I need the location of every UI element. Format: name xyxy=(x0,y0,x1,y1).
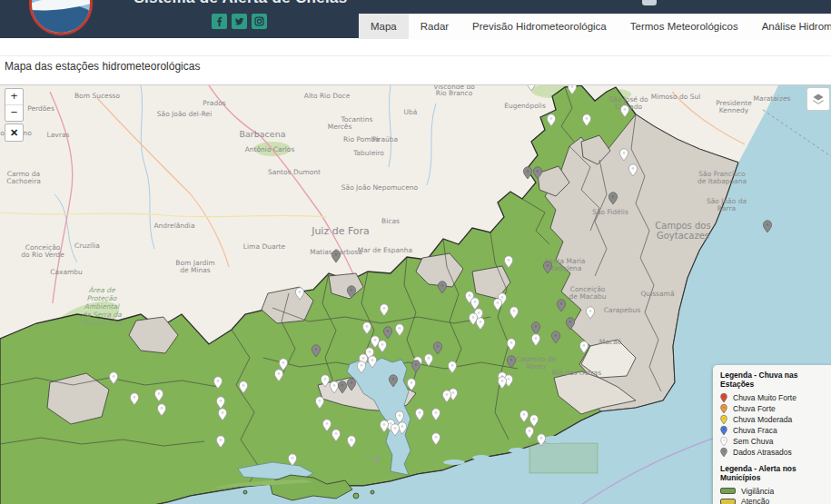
map-label: Campos dos xyxy=(655,221,710,231)
map-label: Santos Dumont xyxy=(268,168,321,176)
map-label: Marataízes xyxy=(754,94,791,103)
map-label: de Itabapoana xyxy=(697,177,747,185)
map-label: Andrelândia xyxy=(153,222,194,230)
map-label: Kennedy xyxy=(719,106,749,114)
map-label: de Minas xyxy=(180,266,211,274)
legend-item-station: Chuva Fraca xyxy=(720,425,831,436)
facebook-icon[interactable] xyxy=(212,14,227,29)
map-label: Mar de Espanha xyxy=(358,246,412,254)
map-label: São João Nepomuceno xyxy=(341,183,419,192)
map-label: Cachoeira xyxy=(6,177,41,185)
map-label: Lima Duarte xyxy=(243,242,286,251)
map-label: Goytacazes xyxy=(657,231,709,241)
map-label: Carapebus xyxy=(604,306,640,314)
legend-item-label: Chuva Muito Forte xyxy=(733,393,796,402)
map-label: de Macabu xyxy=(569,292,606,301)
map-label: Ambiental xyxy=(84,302,120,311)
map-label: Barra xyxy=(717,204,736,212)
instagram-icon[interactable] xyxy=(252,14,267,29)
twitter-icon[interactable] xyxy=(232,14,247,29)
map-label: Caxambu xyxy=(50,268,83,276)
zoom-in-button[interactable]: + xyxy=(5,89,23,105)
legend-municipalities-list: VigilânciaAtençãoAlertaAlerta MáximoTran… xyxy=(720,486,831,504)
tab-an-lise-hidrometeorol-gica[interactable]: Análise Hidrometeorológica xyxy=(750,14,831,39)
map-label: Madalena xyxy=(549,264,581,272)
app-title: Sistema de Alerta de Cheias xyxy=(114,0,368,7)
legend-item-label: Vigilância xyxy=(741,487,774,496)
map-label: Lavras xyxy=(47,131,70,139)
legend-item-label: Atenção xyxy=(741,497,769,504)
legend-color-swatch xyxy=(720,488,736,494)
layers-button[interactable] xyxy=(806,87,830,111)
legend-item-municipality: Vigilância xyxy=(720,486,831,497)
legend-item-station: Chuva Moderada xyxy=(720,414,831,425)
layers-icon xyxy=(811,92,826,106)
map-label: Ubá xyxy=(404,108,418,116)
map-label: Piraúba xyxy=(372,135,398,143)
legend-item-label: Chuva Fraca xyxy=(733,426,777,435)
map-label: da Serra da xyxy=(82,311,122,319)
map-canvas[interactable]: NepomucenoPerdõesBom SucessoLavrasCarmo … xyxy=(0,85,831,504)
map-label: Prados xyxy=(203,99,225,107)
map-label: Tabuleiro xyxy=(352,149,384,157)
map-label: Abreu xyxy=(526,362,546,371)
main-nav: MapaRadarPrevisão HidrometeorológicaTerm… xyxy=(359,14,831,39)
map-label: Cruzília xyxy=(74,242,100,250)
map-label: Alto Rio Doce xyxy=(304,92,351,100)
zoom-out-button[interactable]: − xyxy=(5,105,23,121)
legend-color-swatch xyxy=(720,499,736,504)
map-label: Bicas xyxy=(381,217,400,225)
app-window: Sistema de Alerta de Cheias MapaRadarPre… xyxy=(0,0,831,504)
page-title: Mapa das estações hidrometeorológicas xyxy=(5,60,200,73)
map-label: Macaé xyxy=(599,338,622,346)
tab-termos-meteorol-gicos[interactable]: Termos Meteorológicos xyxy=(618,14,750,39)
map-label: Área de xyxy=(88,286,115,294)
legend-item-station: Chuva Forte xyxy=(720,403,831,414)
legend-item-station: Chuva Muito Forte xyxy=(720,392,831,403)
zoom-controls: + − xyxy=(5,88,24,122)
map-label: São João del-Rei xyxy=(157,110,212,118)
legend-item-station: Dados Atrasados xyxy=(720,447,831,458)
legend-municipalities-title: Legenda - Alerta nos Municípios xyxy=(720,464,831,482)
fullscreen-button[interactable]: ✕ xyxy=(5,124,24,142)
map-label: Rio das Ostras xyxy=(552,369,601,377)
map-label: Perdões xyxy=(27,104,54,113)
legend-item-municipality: Atenção xyxy=(720,497,831,504)
map-label: Mercês xyxy=(328,123,352,131)
legend-stations-title: Legenda - Chuva nas Estações xyxy=(720,371,831,389)
selection-overlay xyxy=(529,443,598,473)
legend-item-label: Sem Chuva xyxy=(733,437,773,446)
map-label: Quissamã xyxy=(640,290,674,298)
map-label: Barbacena xyxy=(239,129,285,139)
map-label: Juiz de Fora xyxy=(311,225,370,237)
map-label: São Fidélis xyxy=(592,208,628,216)
map-container[interactable]: NepomucenoPerdõesBom SucessoLavrasCarmo … xyxy=(0,84,831,504)
legend-item-station: Sem Chuva xyxy=(720,436,831,447)
map-label: Proteção xyxy=(87,294,117,302)
map-label: Mantiqueira xyxy=(82,319,123,327)
divider xyxy=(0,55,831,56)
tab-mapa[interactable]: Mapa xyxy=(359,14,409,39)
legend-item-label: Chuva Forte xyxy=(733,404,776,413)
map-label: Rio Branco xyxy=(436,89,473,97)
tab-radar[interactable]: Radar xyxy=(409,14,460,39)
map-label: do Rio Verde xyxy=(21,251,64,259)
map-label: Eugenópolis xyxy=(504,102,546,110)
legend-item-label: Dados Atrasados xyxy=(733,448,792,457)
map-label: Mimoso do Sul xyxy=(651,93,701,101)
tab-previs-o-hidrometeorol-gica[interactable]: Previsão Hidrometeorológica xyxy=(460,14,618,39)
header-stub-icon xyxy=(642,0,657,5)
legend-item-label: Chuva Moderada xyxy=(733,415,792,424)
map-legend: Legenda - Chuva nas Estações Chuva Muito… xyxy=(713,365,831,504)
map-label: Bom Sucesso xyxy=(74,92,120,100)
social-links xyxy=(212,14,267,29)
legend-stations-list: Chuva Muito ForteChuva ForteChuva Modera… xyxy=(720,392,831,458)
map-label: Antônio Carlos xyxy=(245,145,295,153)
